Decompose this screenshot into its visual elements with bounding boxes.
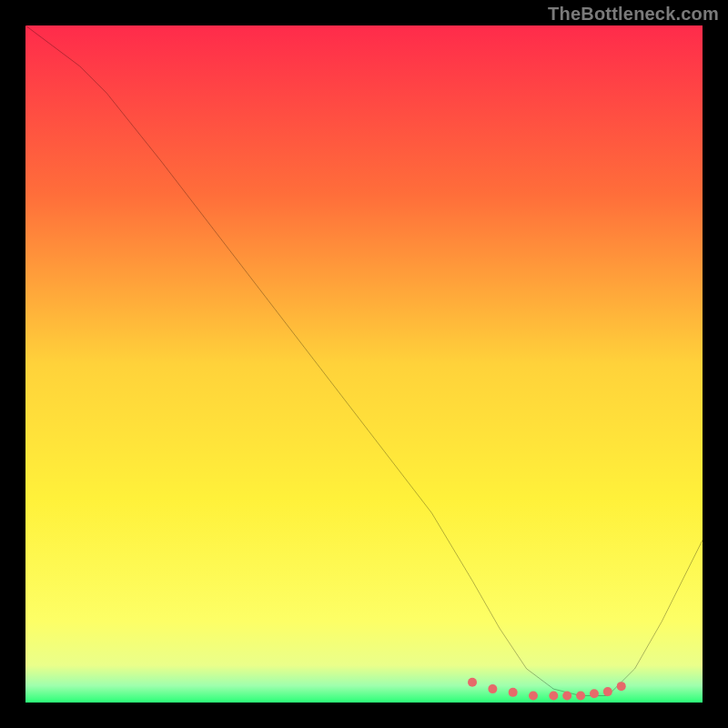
valley-dot — [576, 692, 585, 701]
valley-dot — [509, 688, 518, 697]
bottleneck-chart — [25, 25, 703, 703]
valley-dot — [549, 692, 558, 701]
watermark-text: TheBottleneck.com — [548, 4, 719, 25]
chart-frame: TheBottleneck.com — [0, 0, 728, 728]
plot-area — [25, 25, 703, 703]
valley-dot — [529, 692, 538, 701]
valley-dot — [617, 682, 626, 691]
valley-dot — [488, 684, 497, 693]
valley-dot — [562, 692, 571, 701]
valley-dot — [468, 678, 477, 687]
valley-dot — [603, 687, 612, 696]
valley-dot — [590, 689, 599, 698]
